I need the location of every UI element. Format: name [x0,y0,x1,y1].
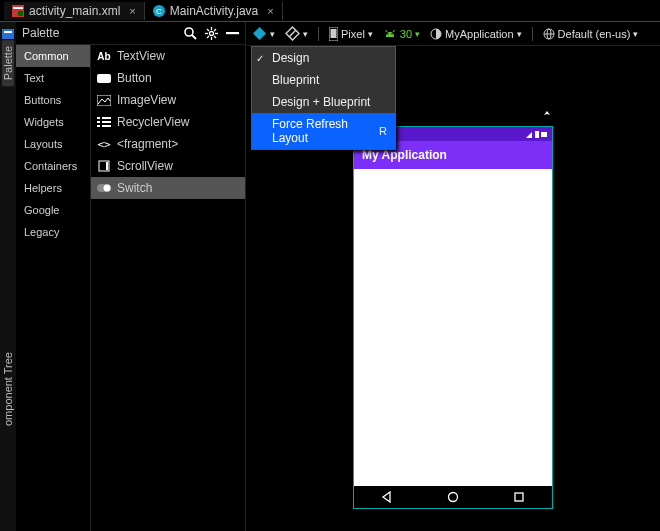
svg-rect-5 [2,29,14,39]
palette-tool-tab[interactable]: Palette [2,28,14,86]
svg-marker-47 [383,492,390,502]
svg-line-8 [192,35,196,39]
svg-line-17 [207,36,209,38]
close-icon[interactable]: × [267,5,273,17]
category-containers[interactable]: Containers [16,155,90,177]
category-google[interactable]: Google [16,199,90,221]
tool-window-stripe: Palette omponent Tree [0,22,16,531]
close-icon[interactable]: × [129,5,135,17]
widget-switch[interactable]: Switch [91,177,245,199]
gear-icon[interactable] [205,27,218,40]
svg-rect-28 [106,162,108,170]
svg-rect-49 [515,493,523,501]
svg-rect-45 [535,131,539,138]
hide-icon[interactable] [226,32,239,35]
svg-line-16 [214,29,216,31]
fragment-icon: <> [97,138,111,150]
svg-rect-2 [18,11,23,16]
designer-toolbar: ▾ ▾ Pixel▾ 30▾ MyApplication▾ D [246,22,660,46]
svg-rect-18 [226,32,239,34]
svg-line-15 [214,36,216,38]
category-helpers[interactable]: Helpers [16,177,90,199]
content-area[interactable] [354,169,552,486]
svg-marker-31 [253,27,266,40]
widget-imageview[interactable]: ImageView [91,89,245,111]
shortcut-label: R [379,125,387,137]
menu-blueprint[interactable]: Blueprint [252,69,395,91]
status-icons [526,130,548,138]
search-icon[interactable] [184,27,197,40]
orientation-button[interactable]: ▾ [285,26,308,41]
home-icon[interactable] [447,491,459,503]
tab-activity-main[interactable]: activity_main.xml × [4,2,145,20]
svg-rect-1 [13,7,23,9]
tab-label: activity_main.xml [29,4,120,18]
menu-design[interactable]: ✓ Design [252,47,395,69]
svg-point-7 [185,28,193,36]
widget-recyclerview[interactable]: RecyclerView [91,111,245,133]
scrollview-icon [97,160,111,172]
svg-point-48 [449,493,458,502]
svg-point-37 [391,33,393,35]
svg-rect-19 [97,74,111,83]
svg-rect-35 [331,29,337,38]
device-preview[interactable]: 10:00 My Application [353,126,553,509]
svg-point-36 [387,33,389,35]
component-tree-tool-tab[interactable]: omponent Tree [2,346,14,432]
svg-line-14 [207,29,209,31]
svg-marker-44 [526,132,532,138]
menu-design-blueprint[interactable]: Design + Blueprint [252,91,395,113]
theme-selector[interactable]: MyApplication▾ [430,28,521,40]
svg-point-30 [104,185,111,192]
category-buttons[interactable]: Buttons [16,89,90,111]
surface-menu: ✓ Design Blueprint Design + Blueprint Fo… [251,46,396,150]
recyclerview-icon [97,116,111,128]
tool-icon [542,110,552,122]
widget-scrollview[interactable]: ScrollView [91,155,245,177]
device-selector[interactable]: Pixel▾ [329,27,373,41]
svg-point-9 [210,31,214,35]
recent-icon[interactable] [513,491,525,503]
svg-rect-46 [541,132,547,137]
back-icon[interactable] [381,491,393,503]
widget-fragment[interactable]: <> <fragment> [91,133,245,155]
svg-line-33 [289,30,296,37]
textview-icon: Ab [97,50,111,62]
svg-line-39 [393,30,395,32]
svg-text:C: C [156,7,162,16]
imageview-icon [97,94,111,106]
button-icon [97,72,111,84]
widget-textview[interactable]: Ab TextView [91,45,245,67]
check-icon: ✓ [256,53,264,64]
tab-label: MainActivity.java [170,4,258,18]
category-legacy[interactable]: Legacy [16,221,90,243]
category-widgets[interactable]: Widgets [16,111,90,133]
palette-title: Palette [22,26,59,40]
widget-button[interactable]: Button [91,67,245,89]
nav-bar [354,486,552,508]
xml-file-icon [12,5,24,17]
category-text[interactable]: Text [16,67,90,89]
design-surface-button[interactable]: ▾ [252,26,275,41]
svg-rect-6 [4,31,12,33]
category-common[interactable]: Common [16,45,90,67]
switch-icon [97,182,111,194]
menu-force-refresh[interactable]: Force Refresh Layout R [252,113,395,149]
java-file-icon: C [153,5,165,17]
tab-mainactivity[interactable]: C MainActivity.java × [145,2,283,20]
category-layouts[interactable]: Layouts [16,133,90,155]
api-selector[interactable]: 30▾ [383,28,420,40]
locale-selector[interactable]: Default (en-us)▾ [543,28,639,40]
svg-line-38 [385,30,387,32]
